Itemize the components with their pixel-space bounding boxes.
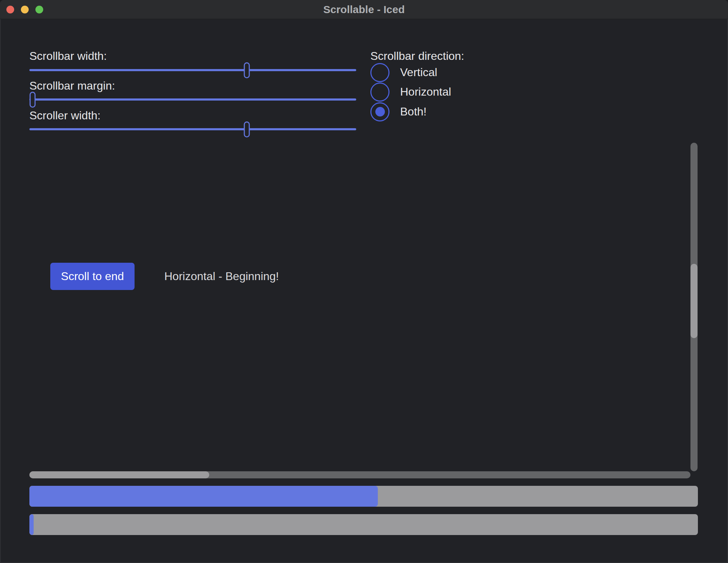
radio-dot bbox=[375, 107, 385, 116]
scrollbar-width-label: Scrollbar width: bbox=[29, 49, 107, 63]
slider-track[interactable] bbox=[29, 69, 356, 71]
radio-dot bbox=[375, 68, 385, 77]
window-title: Scrollable - Iced bbox=[0, 0, 728, 19]
radio-both[interactable]: Both! bbox=[370, 102, 427, 121]
slider-track[interactable] bbox=[29, 98, 356, 101]
slider-handle[interactable] bbox=[30, 92, 36, 108]
horizontal-scrollbar-thumb[interactable] bbox=[29, 471, 209, 478]
radio-label: Both! bbox=[400, 105, 427, 118]
radio-label: Vertical bbox=[400, 66, 437, 79]
vertical-scrollbar-rail[interactable] bbox=[690, 143, 698, 471]
progress-fill bbox=[29, 514, 34, 535]
radio-label: Horizontal bbox=[400, 85, 451, 98]
radio-dot bbox=[375, 87, 385, 97]
horizontal-progress-bar bbox=[29, 486, 698, 507]
progress-fill bbox=[29, 486, 378, 507]
scroller-width-label: Scroller width: bbox=[29, 108, 101, 123]
slider-handle[interactable] bbox=[244, 62, 250, 78]
radio-horizontal[interactable]: Horizontal bbox=[370, 82, 451, 102]
scrollbar-width-slider[interactable] bbox=[29, 62, 356, 78]
radio-circle-icon[interactable] bbox=[370, 83, 389, 102]
radio-circle-icon[interactable] bbox=[370, 63, 389, 82]
window-titlebar: Scrollable - Iced bbox=[0, 0, 728, 19]
scroller-width-slider[interactable] bbox=[29, 121, 356, 137]
scrollbar-direction-label: Scrollbar direction: bbox=[370, 49, 464, 63]
scroll-status-text: Horizontal - Beginning! bbox=[164, 269, 279, 283]
scrollbar-margin-slider[interactable] bbox=[29, 92, 356, 108]
scroll-to-end-button[interactable]: Scroll to end bbox=[50, 263, 135, 290]
radio-circle-icon[interactable] bbox=[370, 102, 389, 121]
radio-vertical[interactable]: Vertical bbox=[370, 63, 437, 82]
horizontal-scrollbar-rail[interactable] bbox=[29, 471, 690, 478]
scrollable-viewport[interactable]: Scroll to end Horizontal - Beginning! bbox=[29, 143, 698, 478]
scrollbar-margin-label: Scrollbar margin: bbox=[29, 79, 115, 93]
app-window: Scrollable - Iced Scrollbar width: Scrol… bbox=[0, 0, 728, 563]
slider-track[interactable] bbox=[29, 128, 356, 130]
vertical-scrollbar-thumb[interactable] bbox=[690, 264, 698, 338]
slider-handle[interactable] bbox=[244, 121, 250, 137]
vertical-progress-bar bbox=[29, 514, 698, 535]
